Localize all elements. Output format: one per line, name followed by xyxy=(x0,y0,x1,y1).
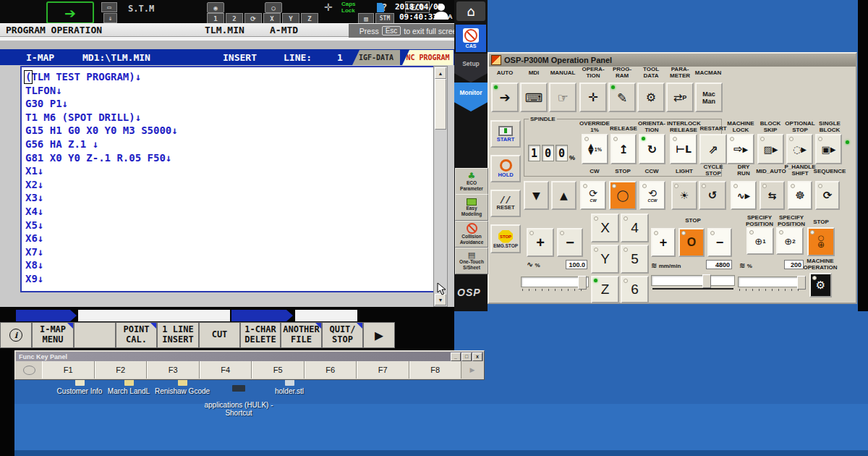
axis-x-icon[interactable]: X xyxy=(263,13,281,24)
axis-y-icon[interactable]: Y xyxy=(282,13,299,24)
softkey-1-line-insert[interactable]: 1 LINE INSERT xyxy=(157,322,199,348)
work-light-button[interactable]: ☀ xyxy=(671,181,697,210)
axis-4-button[interactable]: 4 xyxy=(621,214,649,242)
axis-z-button[interactable]: Z xyxy=(591,276,619,303)
camera2-icon[interactable]: ○ xyxy=(265,2,282,13)
axis-5-button[interactable]: 5 xyxy=(621,245,649,274)
single-block-button[interactable]: ▣▶ xyxy=(815,134,842,164)
spindle-override-button[interactable]: ▲▼ 1% xyxy=(582,134,608,164)
home-button[interactable]: ⌂ xyxy=(456,1,485,21)
move-cross-icon[interactable]: ✛ xyxy=(324,1,333,13)
feed-stop-button[interactable]: O xyxy=(678,228,705,257)
restart-button[interactable]: ⇗ xyxy=(699,134,727,164)
feed-plus-button[interactable]: + xyxy=(651,228,676,257)
softkey-cut[interactable]: CUT xyxy=(199,322,240,348)
f8-key[interactable]: F8 xyxy=(409,361,462,379)
maximize-button[interactable]: □ xyxy=(461,352,472,361)
cas-button[interactable]: CAS xyxy=(456,25,486,52)
tool-icon[interactable]: ▭ xyxy=(101,2,117,12)
block-skip-button[interactable]: ▨▶ xyxy=(757,134,784,164)
f1-key[interactable]: F1 xyxy=(42,361,95,379)
position-stop-button[interactable]: ○ ⊕ xyxy=(807,227,835,256)
program-button[interactable]: ✎ xyxy=(608,83,636,112)
tab-setup[interactable]: Setup xyxy=(454,54,488,83)
scrollbar-thumb[interactable] xyxy=(435,79,446,130)
scroll-down-button[interactable]: ▼ xyxy=(435,294,446,305)
tab-monitor[interactable]: Monitor xyxy=(454,83,488,111)
scroll-up-button[interactable]: ▲ xyxy=(435,67,446,79)
axis-z-icon[interactable]: Z xyxy=(301,13,318,24)
axis-y-button[interactable]: Y xyxy=(591,245,619,274)
shortcut-holder-stl[interactable]: holder.stl xyxy=(250,379,329,395)
operation-button[interactable]: ✛ xyxy=(579,83,607,112)
interlock-release-button[interactable]: ⊢L xyxy=(670,134,697,164)
eco-parameter-button[interactable]: ♣ ECO Parameter xyxy=(455,168,488,195)
hatch-icon[interactable]: ▨ xyxy=(358,13,374,24)
cycle-stop-button[interactable]: ↺ xyxy=(699,181,726,210)
parameter-button[interactable]: ⇄P xyxy=(666,83,694,112)
machine-operation-button[interactable]: ⚙ xyxy=(809,273,832,297)
jog-feed-minus-button[interactable]: − xyxy=(557,228,583,257)
rapid-slider[interactable] xyxy=(738,276,806,287)
f2-key[interactable]: F2 xyxy=(95,361,148,379)
spindle-orientation-button[interactable]: ↻ xyxy=(639,134,665,164)
emergency-stop-button[interactable]: STOP EMG.STOP xyxy=(490,224,521,253)
cycle-start-button[interactable]: START xyxy=(490,120,521,148)
jog-feed-slider[interactable] xyxy=(521,276,589,287)
axis-x-button[interactable]: X xyxy=(591,214,619,242)
slide-hold-button[interactable]: HOLD xyxy=(490,155,521,182)
tool2-icon[interactable]: 2 xyxy=(226,13,243,24)
reset-button[interactable]: // RESET xyxy=(490,190,521,217)
camera-icon[interactable]: ◉ xyxy=(207,2,224,13)
tab-nc-program[interactable]: NC PROGRAM xyxy=(402,50,454,65)
softkey-blank[interactable] xyxy=(74,322,116,348)
softkey-another-file[interactable]: ANOTHER FILE xyxy=(281,322,322,348)
feed-minus-button[interactable]: − xyxy=(707,228,732,257)
spindle-release-button[interactable]: ↥ xyxy=(610,134,637,164)
machine-lock-button[interactable]: ⇨▶ xyxy=(727,134,754,164)
auto-mode-button[interactable]: ➔ xyxy=(491,83,519,112)
tab-igf-data[interactable]: IGF-DATA xyxy=(352,50,400,65)
close-button[interactable]: x xyxy=(472,352,482,361)
info-softkey[interactable]: i xyxy=(0,322,32,348)
slider-thumb[interactable] xyxy=(578,276,587,290)
f5-key[interactable]: F5 xyxy=(252,361,305,379)
f6-key[interactable]: F6 xyxy=(305,361,357,379)
spindle-ccw-button[interactable]: ⟲CCW xyxy=(639,181,665,210)
sequence-button[interactable]: ⟳ xyxy=(815,181,840,210)
jog-down-button[interactable]: ▼ xyxy=(524,181,549,210)
specify-position2-button[interactable]: ⊕2 xyxy=(776,227,804,255)
dry-run-button[interactable]: ∿▶ xyxy=(731,181,757,210)
macman-button[interactable]: Mac Man xyxy=(695,83,723,112)
softkey-imap-menu[interactable]: I-MAP MENU xyxy=(32,322,74,348)
tool1-icon[interactable]: 1 xyxy=(207,13,224,24)
jog-up-button[interactable]: ▲ xyxy=(551,181,576,210)
user-icon[interactable] xyxy=(434,2,448,20)
softkey-more-button[interactable]: ▶ xyxy=(363,322,395,348)
collision-avoidance-button[interactable]: Collision Avoidance xyxy=(455,221,488,248)
func-panel-title-bar[interactable]: Func Key Panel _ □ x xyxy=(16,352,483,361)
manual-mode-button[interactable]: ☞ xyxy=(549,83,576,112)
spindle-stop-button[interactable]: ◯ xyxy=(609,181,637,210)
minimize-button[interactable]: _ xyxy=(451,352,461,361)
softkey-point-cal[interactable]: POINT CAL. xyxy=(116,322,157,348)
auto-mode-icon[interactable]: ➔ xyxy=(46,1,94,24)
slider-thumb[interactable] xyxy=(797,276,806,290)
easy-modeling-button[interactable]: Easy Modeling xyxy=(455,194,488,221)
editor-scrollbar[interactable]: ▲ ▼ xyxy=(433,66,448,307)
program-editor[interactable]: (TLM TEST PROGRAM)↓ TLFON↓ G30 P1↓ T1 M6… xyxy=(20,66,435,292)
stm-badge-icon[interactable]: STM xyxy=(375,13,394,24)
axis-6-button[interactable]: 6 xyxy=(621,276,649,303)
softkey-quit-stop[interactable]: QUIT/ STOP xyxy=(322,322,363,348)
mdi-mode-button[interactable]: ⌨ xyxy=(520,83,548,112)
p-handle-shift-button[interactable]: ☸ xyxy=(788,181,812,210)
more-keys-arrow[interactable]: ▶ xyxy=(461,361,483,379)
feed-slider[interactable] xyxy=(651,275,735,286)
rotate-icon[interactable]: ⟳ xyxy=(244,13,262,24)
f4-key[interactable]: F4 xyxy=(200,361,252,379)
one-touch-sheet-button[interactable]: ▤ One-Touch S/Sheet xyxy=(455,248,488,274)
jog-feed-plus-button[interactable]: + xyxy=(527,228,554,257)
softkey-1-char-delete[interactable]: 1-CHAR DELETE xyxy=(240,322,281,348)
tool-data-button[interactable]: ⚙ xyxy=(637,83,665,112)
window-title-bar[interactable]: OSP-P300M Operation Panel xyxy=(489,54,856,67)
